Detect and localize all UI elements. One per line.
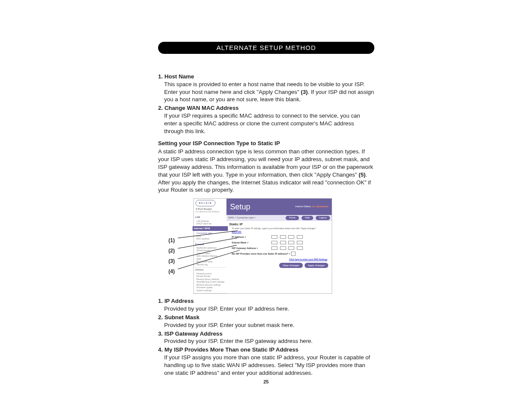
row-gw-label: ISP Gateway Address > [232,247,271,250]
router-main-sub: To enter your Static IP settings, type i… [227,227,332,230]
section-ref: (5) [359,171,366,178]
list2-item-4: 4. My ISP Provides More Than one Static … [158,346,374,377]
ip-oct-1[interactable] [271,235,277,239]
gw-oct-4[interactable] [297,246,303,250]
section-p-a: A static IP address connection type is l… [158,148,373,177]
router-product-sub: for Cable and DSL Modems [196,211,224,213]
l2-3-title: ISP Gateway Address [165,330,223,337]
l2-2-title: Subnet Mask [165,314,199,321]
mask-oct-3[interactable] [288,241,294,244]
multi-ip-checkbox[interactable] [291,252,296,256]
row-gw-inputs: . . . [271,246,303,250]
list2-item-1: 1. IP Address Provided by your ISP. Ente… [158,297,374,313]
gw-oct-1[interactable] [271,246,277,250]
side-fw-6[interactable]: Security log [196,263,225,266]
side-lan-1[interactable]: DHCP client list [196,222,225,225]
router-sidebar: LAN LAN Settings DHCP client list Intern… [194,215,227,293]
side-util-6[interactable]: System settings [196,289,225,292]
router-main: WAN > Connection type > Home Help Logout… [227,215,332,293]
gw-oct-2[interactable] [280,246,286,250]
router-status-value: no connection [312,205,328,208]
router-status: Internet Status: no connection [296,205,328,208]
router-banner-title: Setup [230,202,250,212]
row-ip-label: IP Address > [232,236,271,239]
row-multi-label: My ISP Provides more than one Static IP … [232,252,290,255]
list1-item-2: 2. Change WAN MAC Address If your ISP re… [158,104,374,135]
section-heading: Setting your ISP Connection Type to Stat… [158,140,374,147]
l2-1-num: 1. [158,298,163,304]
l2-4-body: If your ISP assigns you more than one st… [164,354,374,377]
row-ip-inputs: . . . [271,235,303,239]
l2-3-num: 3. [158,330,163,337]
ip-oct-4[interactable] [297,235,303,239]
l2-2-body: Provided by your ISP. Enter your subnet … [164,321,374,329]
li1-num: 1. [158,73,163,80]
callout-1: (1) [168,235,175,246]
l2-1-title: IP Address [165,298,194,304]
router-status-label: Internet Status: [296,205,311,208]
section-header: ALTERNATE SETUP METHOD [158,42,374,54]
router-figure: (1) (2) (3) (4) BELKIN 4 Port Router for [193,198,331,294]
router-logo-cell: BELKIN 4 Port Router for Cable and DSL M… [194,199,227,215]
list2-item-3: 3. ISP Gateway Address Provided by your … [158,330,374,346]
list1-item-1: 1. Host Name This space is provided to e… [158,73,374,103]
side-lan-h[interactable]: LAN [195,216,200,218]
router-ui: BELKIN 4 Port Router for Cable and DSL M… [193,198,332,294]
row-mask-label: Subnet Mask > [232,241,271,244]
pill-help[interactable]: Help [302,216,313,220]
list2-item-2: 2. Subnet Mask Provided by your ISP. Ent… [158,314,374,329]
l2-3-body: Provided by your ISP. Enter the ISP gate… [164,337,374,345]
mask-oct-2[interactable] [280,241,286,244]
router-banner: Setup Internet Status: no connection [227,199,332,215]
figure-callouts: (1) (2) (3) (4) [168,235,175,277]
section-para: A static IP address connection type is l… [158,148,374,194]
li1-ref: (3) [301,89,308,95]
apply-changes-button[interactable]: Apply changes [305,263,328,268]
router-product-name: 4 Port Router [196,207,224,211]
row-mask-inputs: . . . [271,241,303,244]
ip-oct-3[interactable] [288,235,294,239]
callout-3: (3) [168,256,175,266]
li2-num: 2. [158,105,163,111]
router-breadcrumb: WAN > Connection type > [228,216,255,219]
l2-2-num: 2. [158,314,163,321]
l2-4-title: My ISP Provides More Than one Static IP … [165,346,299,353]
pill-logout[interactable]: Logout [316,216,330,220]
callout-2: (2) [168,246,175,256]
router-main-title: Static IP [227,221,332,227]
mask-oct-1[interactable] [271,241,277,244]
router-more-info[interactable]: More Info [227,230,332,234]
clear-changes-button[interactable]: Clear changes [279,263,303,268]
page-number: 25 [0,379,532,384]
side-wan-h[interactable]: Internet / WAN [193,226,228,231]
pill-home[interactable]: Home [286,216,299,220]
side-util-3[interactable]: Save/Backup current settings [196,280,225,283]
callout-4: (4) [168,266,175,277]
l2-4-num: 4. [158,346,163,353]
li2-body: If your ISP requires a specific MAC addr… [164,112,374,135]
dns-link[interactable]: Click here to enter your DNS Settings [227,258,332,262]
ip-oct-2[interactable] [280,235,286,239]
mask-oct-4[interactable] [297,241,303,244]
li2-title: Change WAN MAC Address [165,105,239,111]
li1-title: Host Name [165,73,194,80]
side-util-h[interactable]: Utilities [195,268,204,271]
gw-oct-3[interactable] [288,246,294,250]
l2-1-body: Provided by your ISP. Enter your IP addr… [164,305,374,313]
side-wan-2[interactable]: MAC address [196,237,227,240]
belkin-logo: BELKIN [196,200,215,206]
